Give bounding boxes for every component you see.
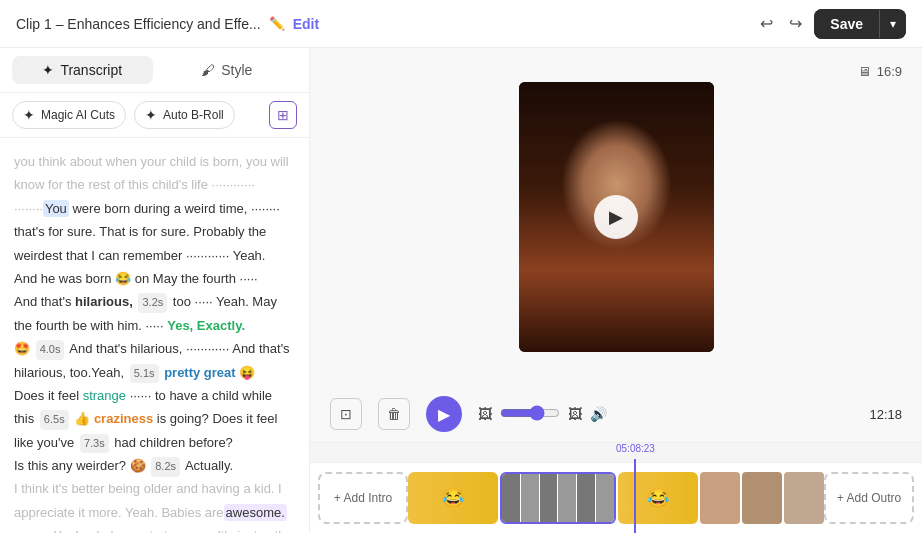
screen-icon: 🖥 [858, 64, 871, 79]
time-marker: 05:08:23 [616, 443, 655, 454]
clip-small-3[interactable] [784, 472, 824, 524]
track-clips: 😂 😂 [408, 472, 824, 524]
playback-controls: ⊡ 🗑 ▶ 🖼 🖼 🔊 12:18 [310, 386, 922, 442]
word-awesome: awesome. [224, 504, 287, 521]
add-outro-button[interactable]: + Add Outro [824, 472, 914, 524]
ai-tools: ✦ Magic AI Cuts ✦ Auto B-Roll ⊞ [0, 93, 309, 138]
video-area: 🖥 16:9 ▶ [310, 48, 922, 386]
volume-icon: 🔊 [590, 406, 607, 422]
volume-slider[interactable] [500, 405, 560, 421]
timeline-ruler: 05:08:23 [310, 443, 922, 463]
transcript-area[interactable]: you think about when your child is born,… [0, 138, 309, 533]
main-layout: ✦ Transcript 🖌 Style ✦ Magic AI Cuts ✦ A… [0, 48, 922, 533]
pretty-great: pretty great [164, 365, 236, 380]
delete-button[interactable]: 🗑 [378, 398, 410, 430]
video-play-button[interactable]: ▶ [594, 195, 638, 239]
redo-button[interactable]: ↪ [785, 10, 806, 37]
undo-button[interactable]: ↩ [756, 10, 777, 37]
clip-frame-5 [577, 474, 595, 522]
top-bar-right: ↩ ↪ Save ▾ [756, 9, 906, 39]
left-panel: ✦ Transcript 🖌 Style ✦ Magic AI Cuts ✦ A… [0, 48, 310, 533]
transcript-6: Is this any weirder? 🍪 8.2s Actually. [14, 458, 233, 473]
word-you: You [43, 200, 69, 217]
clip-yellow-2[interactable]: 😂 [618, 472, 698, 524]
transcript-5: Does it feel strange ······ to have a ch… [14, 388, 277, 450]
right-panel: 🖥 16:9 ▶ ⊡ 🗑 ▶ 🖼 🖼 🔊 12:18 [310, 48, 922, 533]
add-intro-label: + Add Intro [334, 491, 392, 505]
clip-strip[interactable] [500, 472, 616, 524]
pencil-icon: ✏️ [269, 16, 285, 31]
magic-ai-label: Magic AI Cuts [41, 108, 115, 122]
clip-emoji-2: 😂 [647, 487, 669, 509]
layout-button[interactable]: ⊡ [330, 398, 362, 430]
yes-exactly: Yes, Exactly. [167, 318, 245, 333]
auto-crop-button[interactable]: ⊞ [269, 101, 297, 129]
clip-frame-2 [521, 474, 539, 522]
top-bar: Clip 1 – Enhances Efficiency and Effe...… [0, 0, 922, 48]
aspect-ratio-label: 🖥 16:9 [858, 64, 902, 79]
top-bar-left: Clip 1 – Enhances Efficiency and Effe...… [16, 16, 319, 32]
media-icons: 🖼 🖼 🔊 [478, 405, 607, 424]
tab-transcript-label: Transcript [60, 62, 122, 78]
tab-style-label: Style [221, 62, 252, 78]
clip-frame-3 [540, 474, 558, 522]
save-button[interactable]: Save [814, 9, 879, 39]
save-dropdown-button[interactable]: ▾ [879, 10, 906, 38]
video-wrapper: ▶ [519, 82, 714, 352]
add-intro-button[interactable]: + Add Intro [318, 472, 408, 524]
clip-small-1[interactable] [700, 472, 740, 524]
volume-slider-container [500, 405, 560, 424]
timecode-label: 05:08:23 [616, 443, 655, 454]
aspect-ratio-value: 16:9 [877, 64, 902, 79]
transcript-faded-1: you think about when your child is born,… [14, 154, 289, 192]
edit-button[interactable]: Edit [293, 16, 319, 32]
clip-yellow-1[interactable]: 😂 [408, 472, 498, 524]
clip-title: Clip 1 – Enhances Efficiency and Effe... [16, 16, 261, 32]
add-outro-label: + Add Outro [837, 491, 901, 505]
magic-icon: ✦ [23, 107, 35, 123]
tab-style[interactable]: 🖌 Style [157, 56, 298, 84]
tabs: ✦ Transcript 🖌 Style [0, 48, 309, 93]
image-icon-2: 🖼 [568, 406, 582, 422]
auto-broll-button[interactable]: ✦ Auto B-Roll [134, 101, 235, 129]
clip-small-2[interactable] [742, 472, 782, 524]
transcript-strikethrough: ·········· Yeah. she's great at names. I… [14, 528, 293, 533]
play-main-button[interactable]: ▶ [426, 396, 462, 432]
save-group: Save ▾ [814, 9, 906, 39]
emoji-1: 😝 [239, 365, 255, 380]
magic-ai-cuts-button[interactable]: ✦ Magic AI Cuts [12, 101, 126, 129]
timeline-area: 05:08:23 + Add Intro 😂 [310, 442, 922, 533]
tracks: + Add Intro 😂 😂 [310, 463, 922, 533]
clip-emoji-1: 😂 [442, 487, 464, 509]
style-icon: 🖌 [201, 62, 215, 78]
broll-icon: ✦ [145, 107, 157, 123]
clip-frame-6 [596, 474, 614, 522]
transcript-faded-2: ········ [14, 201, 43, 216]
time-needle [634, 459, 636, 533]
image-icon: 🖼 [478, 406, 492, 422]
clip-frame-4 [558, 474, 576, 522]
auto-broll-label: Auto B-Roll [163, 108, 224, 122]
duration-label: 12:18 [869, 407, 902, 422]
tab-transcript[interactable]: ✦ Transcript [12, 56, 153, 84]
transcript-2: And he was born 😂 on May the fourth ····… [14, 271, 258, 286]
transcript-icon: ✦ [42, 62, 54, 78]
clip-frame-1 [502, 474, 520, 522]
